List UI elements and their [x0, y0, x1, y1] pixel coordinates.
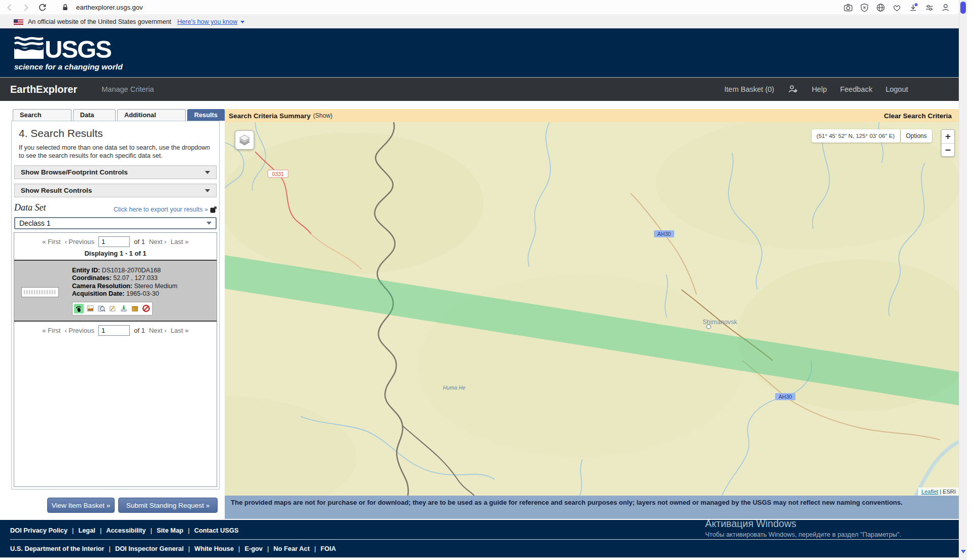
address-bar[interactable]: earthexplorer.usgs.gov	[76, 4, 143, 11]
map-disclaimer: The provided maps are not for purchase o…	[225, 496, 959, 519]
pagination-next[interactable]: Next ›	[149, 327, 167, 334]
page-number-input[interactable]	[98, 325, 130, 336]
footer-separator: |	[150, 527, 152, 534]
camera-icon[interactable]	[843, 2, 854, 13]
scene-thumbnail[interactable]	[21, 287, 59, 297]
footer-link-foia[interactable]: FOIA	[321, 545, 336, 552]
order-scene-icon[interactable]	[130, 304, 140, 313]
submit-standing-request-button[interactable]: Submit Standing Request »	[118, 498, 218, 513]
footer-link-legal[interactable]: Legal	[78, 527, 95, 534]
footer-link-site-map[interactable]: Site Map	[157, 527, 184, 534]
map-zoom-control: + −	[941, 129, 955, 157]
browse-footprint-controls-accordion[interactable]: Show Browse/Footprint Controls	[14, 165, 217, 179]
user-settings-icon[interactable]	[787, 84, 798, 95]
compare-browse-icon[interactable]	[108, 304, 117, 313]
meta-coordinates: Coordinates: 52.07 , 127.033	[72, 274, 178, 282]
dataset-label: Data Set	[14, 202, 46, 213]
clear-search-criteria-link[interactable]: Clear Search Criteria	[884, 112, 952, 120]
nav-logout[interactable]: Logout	[886, 85, 908, 93]
result-record[interactable]: Entity ID: DS1018-2070DA168 Coordinates:…	[14, 260, 217, 322]
show-browse-overlay-icon[interactable]	[85, 304, 95, 313]
scrollbar-thumb[interactable]	[960, 2, 966, 14]
translate-icon[interactable]	[875, 2, 886, 13]
footer-link-egov[interactable]: E-gov	[245, 545, 263, 552]
meta-label: Entity ID:	[72, 267, 100, 274]
thumbnail-image	[24, 290, 56, 294]
city-label-shimanovsk: Shimanovsk	[703, 319, 738, 326]
layers-icon	[238, 133, 251, 147]
exclude-scene-icon[interactable]	[141, 304, 151, 313]
tab-additional-criteria[interactable]: Additional Criteria	[117, 109, 186, 121]
right-margin	[967, 0, 974, 560]
zoom-in-button[interactable]: +	[942, 130, 954, 143]
pagination-last[interactable]: Last »	[170, 327, 188, 334]
pagination-first[interactable]: « First	[42, 238, 60, 246]
dataset-select[interactable]: Declass 1	[14, 217, 217, 229]
footer-link-inspector-general[interactable]: DOI Inspector General	[115, 545, 184, 552]
pagination-top: « First ‹ Previous of 1 Next › Last »	[14, 233, 217, 250]
page-number-input[interactable]	[98, 236, 130, 247]
export-link-text: Click here to export your results »	[114, 206, 208, 213]
pagination-previous[interactable]: ‹ Previous	[64, 238, 94, 246]
nav-feedback[interactable]: Feedback	[840, 85, 873, 93]
map-canvas[interactable]: 0331 AH30 AH30 Shimanovsk Huma He (51° 4…	[225, 122, 959, 496]
pagination-next[interactable]: Next ›	[149, 238, 167, 246]
mouse-coordinates: (51° 45' 52" N, 125° 03' 06" E)	[812, 129, 900, 143]
results-heading: 4. Search Results	[19, 127, 103, 139]
footer-link-doi-privacy[interactable]: DOI Privacy Policy	[10, 527, 67, 534]
dataset-row: Data Set Click here to export your resul…	[14, 202, 217, 213]
footer-link-contact-usgs[interactable]: Contact USGS	[194, 527, 238, 534]
map-panel: Search Criteria Summary (Show) Clear Sea…	[225, 101, 959, 520]
results-description: If you selected more than one data set t…	[19, 144, 213, 160]
pagination-first[interactable]: « First	[42, 327, 60, 334]
back-button[interactable]	[4, 2, 15, 13]
pagination-last[interactable]: Last »	[170, 238, 188, 246]
tab-results[interactable]: Results	[187, 109, 225, 121]
footer-separator: |	[314, 545, 316, 552]
show-footprint-icon[interactable]	[74, 304, 84, 313]
earthexplorer-brand[interactable]: EarthExplorer	[10, 84, 77, 95]
gov-banner-link[interactable]: Here's how you know	[178, 18, 237, 25]
reload-button[interactable]	[37, 2, 48, 13]
export-results-link[interactable]: Click here to export your results »	[114, 206, 217, 213]
dataset-selected-value: Declass 1	[19, 219, 50, 227]
leaflet-link[interactable]: Leaflet	[921, 488, 938, 495]
result-controls-accordion[interactable]: Show Result Controls	[14, 184, 217, 197]
map-attribution: Leaflet | ESRI	[918, 487, 959, 496]
summary-show-link[interactable]: (Show)	[313, 112, 332, 119]
meta-entity-id: Entity ID: DS1018-2070DA168	[72, 267, 178, 274]
show-metadata-browse-icon[interactable]	[96, 304, 106, 313]
coordinate-display: (51° 45' 52" N, 125° 03' 06" E) Options	[812, 129, 932, 143]
forward-button[interactable]	[20, 2, 31, 13]
tab-search-criteria[interactable]: Search Criteria	[13, 109, 72, 121]
map-layers-control[interactable]	[235, 130, 254, 150]
downloads-icon[interactable]	[908, 2, 919, 13]
shield-icon[interactable]	[859, 2, 870, 13]
displaying-count: Displaying 1 - 1 of 1	[14, 250, 217, 260]
tab-data-sets[interactable]: Data Sets	[73, 109, 116, 121]
coordinates-options-button[interactable]: Options	[901, 129, 932, 143]
download-options-icon[interactable]	[119, 304, 128, 313]
scrollbar-down-arrow[interactable]	[961, 550, 966, 553]
tune-sliders-icon[interactable]	[924, 2, 935, 13]
pagination-previous[interactable]: ‹ Previous	[64, 327, 94, 334]
padlock-icon[interactable]	[59, 2, 71, 13]
meta-value: 52.07 , 127.033	[113, 274, 158, 282]
footer-link-white-house[interactable]: White House	[194, 545, 234, 552]
gov-banner: An official website of the United States…	[0, 16, 974, 28]
footer-link-accessibility[interactable]: Accessibility	[106, 527, 146, 534]
favorites-heart-icon[interactable]	[891, 2, 902, 13]
footer-link-no-fear-act[interactable]: No Fear Act	[273, 545, 309, 552]
page-scrollbar[interactable]	[959, 0, 967, 560]
footer-row-1: DOI Privacy Policy|Legal|Accessibility|S…	[10, 527, 238, 534]
view-item-basket-button[interactable]: View Item Basket »	[47, 498, 115, 513]
nav-help[interactable]: Help	[812, 85, 827, 93]
browser-toolbar: earthexplorer.usgs.gov	[0, 0, 974, 15]
zoom-out-button[interactable]: −	[942, 143, 954, 156]
footer-link-doi[interactable]: U.S. Department of the Interior	[10, 545, 105, 552]
nav-item-basket[interactable]: Item Basket (0)	[724, 85, 774, 93]
nav-manage-criteria[interactable]: Manage Criteria	[101, 85, 154, 93]
footer-separator: |	[267, 545, 269, 552]
profile-icon[interactable]	[940, 2, 951, 13]
usgs-logo[interactable]: USGS science for a changing world	[14, 34, 123, 72]
